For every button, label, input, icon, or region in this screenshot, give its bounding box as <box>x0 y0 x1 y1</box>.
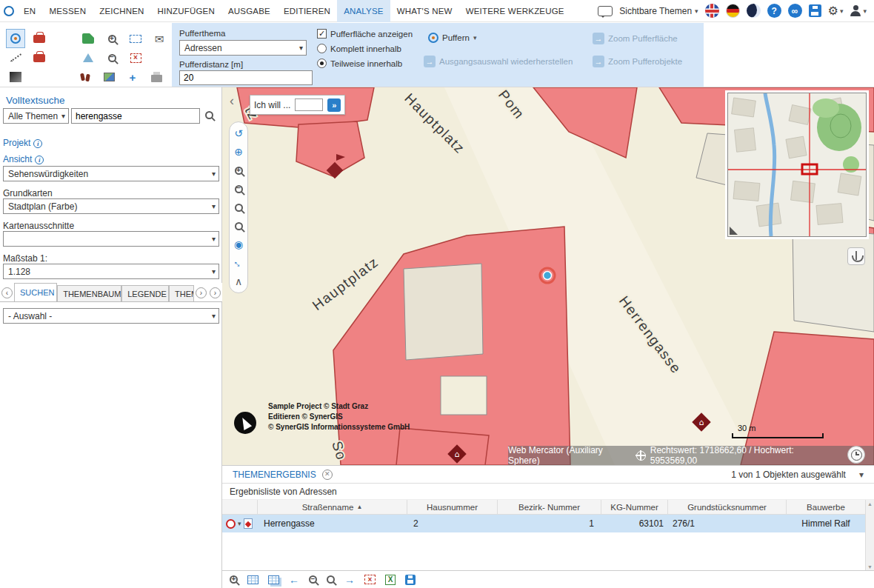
row-options-chevron-icon[interactable]: ▾ <box>238 520 241 527</box>
tab-legende[interactable]: LEGENDE <box>121 285 169 301</box>
tab-themenergebnis[interactable]: THEMENERGEBNIS <box>233 470 316 480</box>
anchor-button[interactable] <box>847 247 865 265</box>
feedback-icon[interactable] <box>598 6 613 16</box>
full-extent-arrows-icon[interactable]: ↔ <box>230 255 247 272</box>
3d-view-button[interactable] <box>79 48 98 67</box>
table-view-icon[interactable] <box>247 575 258 584</box>
save-icon[interactable] <box>809 4 821 17</box>
basemap-select[interactable]: Stadtplan (Farbe) <box>3 198 219 214</box>
collapse-toolstrip-icon[interactable]: ∧ <box>233 275 244 287</box>
map-export-button[interactable] <box>79 29 98 48</box>
zoom-out-tool-button[interactable] <box>102 48 121 67</box>
selection-select[interactable]: - Auswahl - <box>3 308 219 324</box>
zoom-in-result-icon[interactable] <box>327 575 335 584</box>
dark-mode-icon[interactable] <box>747 4 761 18</box>
info-icon[interactable]: i <box>33 139 42 148</box>
theme-filter-select[interactable]: Alle Themen <box>3 108 69 124</box>
column-kg-nummer[interactable]: KG-Nummer <box>601 500 668 514</box>
zoom-buffer-objects-button[interactable]: → Zoom Pufferobjekte <box>593 56 682 67</box>
collapse-panel-icon[interactable]: ▾ <box>859 470 864 480</box>
visible-themes-dropdown[interactable]: Sichtbare Themen ▾ <box>619 6 698 16</box>
share-link-icon[interactable]: ∞ <box>788 4 802 18</box>
menu-tab-weitere-werkzeuge[interactable]: WEITERE WERKZEUGE <box>459 0 571 22</box>
scroll-down-icon[interactable]: ▼ <box>867 564 873 569</box>
mail-button[interactable]: ✉ <box>150 29 169 48</box>
german-language-flag-icon[interactable] <box>726 4 740 18</box>
clear-selection-tool-button[interactable]: × <box>126 48 145 67</box>
zoom-full-extent-icon[interactable] <box>233 201 244 213</box>
tab-themen-partial[interactable]: THEM <box>169 285 194 301</box>
tabs-overflow-icon[interactable]: › <box>210 287 221 298</box>
refresh-icon[interactable]: ↺ <box>233 127 244 139</box>
tabs-scroll-right-icon[interactable]: › <box>196 287 207 298</box>
results-scrollbar[interactable]: ▲ ▼ <box>865 500 874 571</box>
menu-tab-en[interactable]: EN <box>17 0 42 22</box>
zoom-to-record-icon[interactable] <box>244 518 253 529</box>
close-results-icon[interactable]: ✕ <box>322 470 333 480</box>
buffer-theme-select[interactable]: Adressen <box>179 40 307 56</box>
collapse-sidebar-icon[interactable]: ‹ <box>230 93 234 109</box>
ich-will-widget[interactable]: Ich will ... » <box>250 95 345 115</box>
map-extent-select[interactable] <box>3 231 219 247</box>
menu-tab-editieren[interactable]: EDITIEREN <box>277 0 337 22</box>
settings-menu-button[interactable]: ⚙ ▾ <box>828 5 844 17</box>
select-rectangle-button[interactable] <box>126 29 145 48</box>
toolbox-open-button[interactable] <box>30 48 49 67</box>
zoom-rectangle-icon[interactable] <box>233 220 244 232</box>
buffer-tool-button[interactable] <box>6 29 25 48</box>
next-result-icon[interactable]: → <box>344 575 355 585</box>
pan-button[interactable]: + <box>123 67 142 87</box>
menu-tab-zeichnen[interactable]: ZEICHNEN <box>93 0 150 22</box>
zoom-to-results-icon[interactable] <box>230 575 238 584</box>
menu-tab-hinzufuegen[interactable]: HINZUFÜGEN <box>151 0 221 22</box>
copy-table-icon[interactable] <box>268 575 279 584</box>
show-buffer-area-checkbox[interactable]: ✓ Pufferfläche anzeigen <box>317 29 413 39</box>
ich-will-action-icon[interactable]: » <box>327 98 341 112</box>
user-menu-button[interactable]: ▾ <box>850 5 867 16</box>
raster-layer-button[interactable] <box>6 67 25 87</box>
print-button[interactable] <box>147 67 166 87</box>
menu-tab-messen[interactable]: MESSEN <box>42 0 93 22</box>
menu-tab-whats-new[interactable]: WHAT'S NEW <box>390 0 459 22</box>
history-clock-button[interactable] <box>847 446 865 464</box>
tab-suchen[interactable]: SUCHEN <box>14 283 57 301</box>
zoom-in-icon[interactable] <box>233 164 244 176</box>
scale-select[interactable]: 1.128 <box>3 264 219 279</box>
save-results-icon[interactable] <box>405 575 416 585</box>
map-viewport[interactable]: Hauptplatz Hauptplatz Herrengasse Pom tz… <box>222 87 874 465</box>
column-strassenname[interactable]: Straßenname ▲ <box>258 500 407 514</box>
overview-map-button[interactable] <box>99 67 119 87</box>
completely-within-radio[interactable]: Komplett innerhalb <box>317 44 401 53</box>
column-grundstuecksnummer[interactable]: Grundstücksnummer <box>668 500 787 514</box>
zoom-buffer-area-button[interactable]: → Zoom Pufferfläche <box>593 33 678 44</box>
remove-selection-icon[interactable]: × <box>364 575 376 584</box>
previous-result-icon[interactable]: ← <box>289 575 299 585</box>
info-icon[interactable]: i <box>35 156 44 164</box>
search-icon[interactable] <box>205 111 213 119</box>
overview-map[interactable] <box>727 93 867 237</box>
partially-within-radio[interactable]: Teilweise innerhalb <box>317 59 402 68</box>
globe-icon[interactable]: ⊕ <box>233 146 244 158</box>
menu-tab-analyse[interactable]: ANALYSE <box>337 0 390 22</box>
table-row-selected[interactable]: ▾ Herrengasse 2 1 63101 276/1 Himmel Ral… <box>222 515 865 532</box>
column-hausnummer[interactable]: Hausnummer <box>407 500 498 514</box>
export-excel-icon[interactable]: X <box>385 575 396 585</box>
highlight-target-icon[interactable] <box>226 519 236 529</box>
measure-line-button[interactable] <box>6 48 25 67</box>
toolbox-button[interactable] <box>30 29 49 48</box>
ich-will-input[interactable] <box>295 98 323 111</box>
zoom-in-tool-button[interactable] <box>102 29 121 48</box>
english-language-flag-icon[interactable] <box>705 4 719 18</box>
route-walk-button[interactable] <box>76 67 95 87</box>
column-bezirk-nummer[interactable]: Bezirk- Nummer <box>498 500 601 514</box>
tabs-scroll-left-icon[interactable]: ‹ <box>1 287 13 298</box>
fulltext-search-input[interactable] <box>71 108 200 124</box>
overview-resize-handle[interactable] <box>730 227 738 235</box>
view-select[interactable]: Sehenswürdigkeiten <box>3 166 219 181</box>
locate-icon[interactable]: ◉ <box>233 238 244 250</box>
menu-tab-ausgabe[interactable]: AUSGABE <box>221 0 277 22</box>
buffer-run-button[interactable]: Puffern ▾ <box>428 33 476 43</box>
buffer-distance-input[interactable] <box>179 70 313 85</box>
zoom-out-result-icon[interactable] <box>309 575 317 584</box>
zoom-out-icon[interactable] <box>233 183 244 195</box>
